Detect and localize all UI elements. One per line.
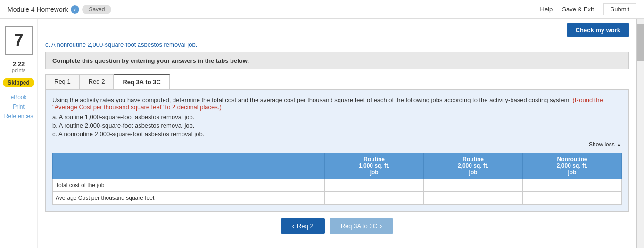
data-table: Routine1,000 sq. ft.job Routine2,000 sq.… (52, 153, 622, 205)
question-number: 7 (14, 31, 23, 51)
input-total-nonroutine-2000[interactable] (523, 179, 622, 192)
top-header: Module 4 Homework i Saved Help Save & Ex… (0, 0, 644, 19)
save-exit-link[interactable]: Save & Exit (562, 6, 594, 13)
check-work-bar: Check my work (38, 19, 636, 39)
tab-req3a3c[interactable]: Req 3A to 3C (114, 74, 169, 89)
prev-label: Req 2 (297, 222, 314, 230)
total-cost-nonroutine-2000-input[interactable] (526, 181, 619, 189)
content-area: Check my work c. A nonroutine 2,000-squa… (38, 19, 636, 248)
tab-content: Using the activity rates you have comput… (45, 89, 629, 212)
table-row-avg-cost: Average Cost per thousand square feet (53, 192, 622, 205)
module-title: Module 4 Homework (8, 6, 68, 13)
avg-cost-routine-2000-input[interactable] (427, 194, 520, 202)
next-button[interactable]: Req 3A to 3C › (330, 218, 394, 234)
avg-cost-routine-1000-input[interactable] (328, 194, 421, 202)
prev-icon: ‹ (292, 222, 294, 230)
question-part-label: c. A nonroutine 2,000-square-foot asbest… (38, 39, 636, 52)
table-row-total-cost: Total cost of the job (53, 179, 622, 192)
input-avg-nonroutine-2000[interactable] (523, 192, 622, 205)
tabs-container: Req 1 Req 2 Req 3A to 3C (45, 74, 629, 89)
row-label-total-cost: Total cost of the job (53, 179, 325, 192)
input-total-routine-2000[interactable] (424, 179, 523, 192)
list-item-c: c. A nonroutine 2,000-square-foot asbest… (52, 130, 622, 137)
points-label: points (12, 68, 25, 73)
info-box-text: Complete this question by entering your … (52, 57, 249, 64)
tab-req1[interactable]: Req 1 (45, 74, 80, 89)
avg-cost-nonroutine-2000-input[interactable] (526, 194, 619, 202)
list-item-a: a. A routine 1,000-square-foot asbestos … (52, 113, 622, 120)
submit-button[interactable]: Submit (603, 3, 636, 15)
info-box: Complete this question by entering your … (45, 52, 629, 69)
references-link[interactable]: References (4, 113, 33, 120)
input-avg-routine-1000[interactable] (325, 192, 424, 205)
input-avg-routine-2000[interactable] (424, 192, 523, 205)
instruction-main: Using the activity rates you have comput… (52, 96, 571, 103)
input-total-routine-1000[interactable] (325, 179, 424, 192)
prev-button[interactable]: ‹ Req 2 (281, 218, 325, 234)
row-label-avg-cost: Average Cost per thousand square feet (53, 192, 325, 205)
saved-badge: Saved (82, 5, 111, 14)
instruction-text: Using the activity rates you have comput… (52, 96, 622, 111)
header-right: Help Save & Exit Submit (540, 3, 636, 15)
points-value: 2.22 (13, 60, 25, 68)
print-link[interactable]: Print (13, 103, 25, 110)
total-cost-routine-2000-input[interactable] (427, 181, 520, 189)
ebook-link[interactable]: eBook (10, 94, 26, 101)
show-less-link[interactable]: Show less ▲ (52, 141, 622, 148)
col-header-blank (53, 153, 325, 179)
col-header-routine-1000: Routine1,000 sq. ft.job (325, 153, 424, 179)
scrollbar-thumb[interactable] (637, 24, 644, 61)
question-number-box: 7 (5, 26, 33, 55)
check-work-button[interactable]: Check my work (567, 23, 629, 37)
skipped-badge: Skipped (3, 78, 34, 87)
header-left: Module 4 Homework i Saved (8, 5, 540, 14)
main-layout: 7 2.22 points Skipped eBook Print Refere… (0, 19, 644, 248)
total-cost-routine-1000-input[interactable] (328, 181, 421, 189)
list-item-b: b. A routine 2,000-square-foot asbestos … (52, 122, 622, 129)
left-sidebar: 7 2.22 points Skipped eBook Print Refere… (0, 19, 38, 248)
nav-buttons: ‹ Req 2 Req 3A to 3C › (38, 212, 636, 240)
col-header-nonroutine-2000: Nonroutine2,000 sq. ft.job (523, 153, 622, 179)
next-label: Req 3A to 3C (341, 222, 377, 230)
col-header-routine-2000: Routine2,000 sq. ft.job (424, 153, 523, 179)
right-scrollbar[interactable] (636, 19, 644, 248)
help-link[interactable]: Help (540, 6, 553, 13)
next-icon: › (380, 222, 382, 230)
tab-req2[interactable]: Req 2 (80, 74, 114, 89)
info-icon[interactable]: i (71, 5, 79, 14)
